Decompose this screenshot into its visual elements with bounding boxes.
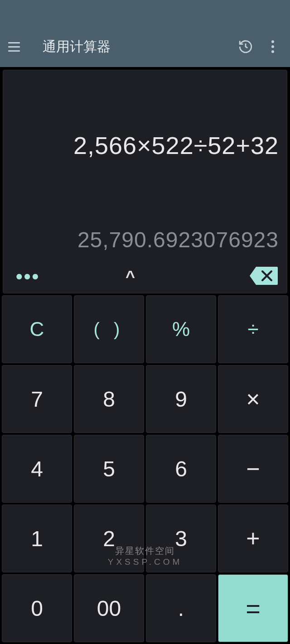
minus-button[interactable]: − (218, 435, 288, 503)
decimal-button[interactable]: . (146, 574, 216, 642)
result: 25,790.6923076923 (11, 227, 279, 252)
keypad: C ( ) % ÷ 7 8 9 × 4 5 6 − 1 2 3 + 0 00 .… (0, 295, 290, 644)
key-00[interactable]: 00 (74, 574, 144, 642)
expression[interactable]: 2,566×522÷52+32 (11, 131, 279, 159)
app-title: 通用计算器 (43, 38, 237, 56)
display-area: 2,566×522÷52+32 25,790.6923076923 ••• ^ (3, 70, 287, 293)
app-bar: 通用计算器 (0, 26, 290, 67)
menu-icon[interactable] (8, 38, 24, 55)
caret-button[interactable]: ^ (13, 267, 248, 286)
parentheses-button[interactable]: ( ) (74, 295, 144, 363)
key-4[interactable]: 4 (2, 435, 72, 503)
divide-button[interactable]: ÷ (218, 295, 288, 363)
clear-button[interactable]: C (2, 295, 72, 363)
display-actions: ••• ^ (11, 265, 279, 288)
key-5[interactable]: 5 (74, 435, 144, 503)
backspace-icon[interactable] (248, 265, 279, 288)
status-bar (0, 0, 290, 26)
multiply-button[interactable]: × (218, 365, 288, 433)
key-8[interactable]: 8 (74, 365, 144, 433)
key-6[interactable]: 6 (146, 435, 216, 503)
history-icon[interactable] (237, 38, 255, 56)
more-icon[interactable] (264, 38, 282, 56)
key-2[interactable]: 2 (74, 505, 144, 572)
key-7[interactable]: 7 (2, 365, 72, 433)
key-9[interactable]: 9 (146, 365, 216, 433)
key-3[interactable]: 3 (146, 505, 216, 572)
key-0[interactable]: 0 (2, 574, 72, 642)
key-1[interactable]: 1 (2, 505, 72, 572)
percent-button[interactable]: % (146, 295, 216, 363)
plus-button[interactable]: + (218, 505, 288, 572)
equals-button[interactable]: = (218, 574, 288, 642)
